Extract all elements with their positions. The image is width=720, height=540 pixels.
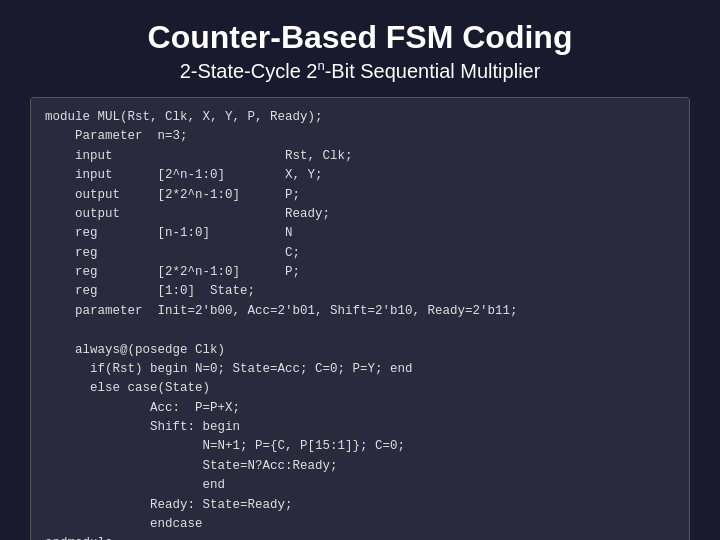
code-line: Shift: begin [45,418,675,437]
title: Counter-Based FSM Coding [148,18,573,56]
code-line: reg [2*2^n-1:0] P; [45,263,675,282]
code-line: output Ready; [45,205,675,224]
code-line: Parameter n=3; [45,127,675,146]
code-line: State=N?Acc:Ready; [45,457,675,476]
code-line: endmodule [45,534,675,540]
code-line: module MUL(Rst, Clk, X, Y, P, Ready); [45,108,675,127]
subtitle-prefix: 2-State-Cycle 2 [180,60,318,82]
code-line: always@(posedge Clk) [45,341,675,360]
code-line: reg C; [45,244,675,263]
code-line: output [2*2^n-1:0] P; [45,186,675,205]
subtitle-suffix: -Bit Sequential Multiplier [325,60,541,82]
code-line: else case(State) [45,379,675,398]
code-line: reg [1:0] State; [45,282,675,301]
code-line: input Rst, Clk; [45,147,675,166]
code-line [45,321,675,340]
code-line: N=N+1; P={C, P[15:1]}; C=0; [45,437,675,456]
code-box: module MUL(Rst, Clk, X, Y, P, Ready); Pa… [30,97,690,540]
code-line: if(Rst) begin N=0; State=Acc; C=0; P=Y; … [45,360,675,379]
sup-n: n [317,58,324,73]
code-line: Ready: State=Ready; [45,496,675,515]
code-line: reg [n-1:0] N [45,224,675,243]
code-line: end [45,476,675,495]
code-line: Acc: P=P+X; [45,399,675,418]
subtitle: 2-State-Cycle 2n-Bit Sequential Multipli… [180,58,541,83]
code-line: input [2^n-1:0] X, Y; [45,166,675,185]
code-line: parameter Init=2'b00, Acc=2'b01, Shift=2… [45,302,675,321]
code-line: endcase [45,515,675,534]
